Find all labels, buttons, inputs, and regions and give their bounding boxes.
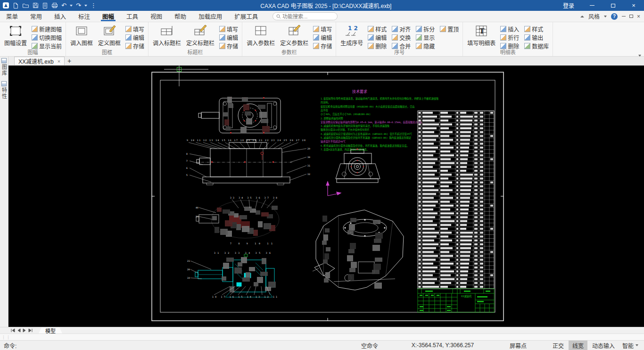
fill-bom-button[interactable]: T 填写明细表: [466, 24, 497, 47]
new-document-tab-button[interactable]: +: [65, 57, 74, 65]
collapse-ribbon-icon[interactable]: [580, 16, 584, 17]
doc-restore-icon[interactable]: [629, 15, 633, 18]
export-icon[interactable]: [42, 2, 48, 9]
login-button[interactable]: 登录: [555, 0, 582, 11]
load-frame-button[interactable]: 调入图框: [69, 24, 94, 47]
maximize-button[interactable]: [603, 0, 623, 11]
menu-tab-help[interactable]: 帮助: [168, 11, 192, 22]
save-icon[interactable]: [33, 2, 39, 8]
tab-close-icon[interactable]: ×: [58, 58, 60, 64]
svg-text:3.减速机机体内装有足够的润滑油并保持清洁，不得有渗漏现象: 3.减速机机体内装有足够的润滑油并保持清洁，不得有渗漏现象: [321, 124, 389, 128]
paramblock-fill-button[interactable]: 填写: [312, 25, 333, 33]
menu-tab-ext-tools[interactable]: 扩展工具: [228, 11, 264, 22]
load-titleblock-button[interactable]: 调入标题栏: [151, 24, 182, 47]
model-tab[interactable]: 模型: [39, 327, 62, 333]
style-menu[interactable]: 风格: [588, 12, 600, 20]
leader-fan-section: [214, 286, 270, 295]
search-input[interactable]: [282, 14, 334, 19]
balloon-show-button[interactable]: 显示: [415, 33, 436, 42]
ucs-axis: [326, 182, 341, 196]
frame-edit-button[interactable]: 编辑: [124, 33, 145, 42]
model-tab-bar: 模型: [0, 327, 644, 333]
smart-snap-label: 智能: [622, 342, 634, 350]
svg-text:1.装配前所有零件用煤油清洗，滚动轴承用汽油清洗，机体内不允: 1.装配前所有零件用煤油清洗，滚动轴承用汽油清洗，机体内不允许有任何杂物存在，内…: [321, 97, 438, 100]
pick-mode[interactable]: 屏幕点: [487, 342, 549, 350]
prev-sheet-icon[interactable]: [17, 328, 21, 333]
undo-button[interactable]: ↶: [61, 2, 66, 8]
balloon-show-icon: [416, 34, 422, 41]
command-history-area[interactable]: ⋮⋮: [0, 333, 644, 341]
new-file-icon[interactable]: [13, 2, 19, 9]
style-caret-icon[interactable]: [604, 16, 607, 17]
command-area-handle[interactable]: ⋮⋮: [1, 335, 11, 340]
svg-text:2.调整轴承轴向间隙: 2.调整轴承轴向间隙: [321, 117, 343, 120]
define-titleblock-button[interactable]: 定义标题栏: [185, 24, 216, 47]
close-button[interactable]: ×: [623, 0, 644, 11]
bom-wrap-button[interactable]: 折行: [499, 33, 520, 42]
ribbon-spacer: [553, 22, 644, 56]
svg-text:5: 5: [186, 174, 188, 176]
open-folder-icon[interactable]: [22, 2, 29, 8]
menu-tab-tools[interactable]: 工具: [120, 11, 144, 22]
customize-qat-button[interactable]: ⋮: [91, 2, 97, 8]
ribbon-group-balloon: 1 2 生成序号 样式 编辑 删除 对齐 交换 合并 拆分 显示 隐藏 置顶 序…: [336, 22, 463, 56]
balloon-style-button[interactable]: 样式: [367, 25, 388, 33]
svg-text:XX减速机: XX减速机: [461, 294, 472, 298]
frame-fill-button[interactable]: 填写: [124, 25, 145, 33]
load-paramblock-button[interactable]: 调入参数栏: [245, 24, 276, 47]
redo-button[interactable]: ↷: [76, 2, 81, 8]
balloon-swap-button[interactable]: 交换: [391, 33, 412, 42]
balloon-top-button[interactable]: 置顶: [439, 25, 460, 33]
command-prompt-label[interactable]: 命令:: [0, 342, 17, 350]
balloon-edit-button[interactable]: 编辑: [367, 33, 388, 42]
doc-minimize-icon[interactable]: [622, 16, 626, 17]
lineweight-toggle[interactable]: 线宽: [569, 341, 587, 350]
print-icon[interactable]: [51, 2, 58, 8]
tabrow-overflow[interactable]: [638, 57, 644, 65]
document-column: XX减速机.exb × + 技术要求 1.装配前所有零件用煤油清洗，滚动轴承用汽…: [8, 57, 644, 327]
menu-tab-addons[interactable]: 加载应用: [192, 11, 228, 22]
doc-close-icon[interactable]: ×: [637, 13, 640, 20]
menu-tab-insert[interactable]: 插入: [48, 11, 72, 22]
minimize-button[interactable]: [582, 0, 603, 11]
redo-dropdown-caret[interactable]: [84, 5, 87, 7]
group-label-titleblock: 标题栏: [149, 48, 242, 56]
menu-tab-menu[interactable]: 菜单: [0, 11, 24, 22]
function-search-box[interactable]: [272, 12, 338, 20]
ortho-toggle[interactable]: 正交: [549, 341, 568, 350]
panel-tab-library[interactable]: 图库: [0, 58, 8, 76]
paramblock-edit-button[interactable]: 编辑: [312, 33, 333, 42]
menu-tab-view[interactable]: 视图: [144, 11, 168, 22]
titleblock-edit-button[interactable]: 编辑: [218, 33, 239, 42]
menu-tab-sheet[interactable]: 图幅: [96, 11, 120, 22]
mosaic-overlay-isometric: [322, 216, 383, 289]
title-block: [418, 289, 494, 312]
frame-edit-icon: [125, 34, 132, 41]
dynamic-input-toggle[interactable]: 动态输入: [588, 341, 619, 350]
smart-snap-dropdown[interactable]: 智能: [619, 341, 642, 350]
drawing-canvas[interactable]: 技术要求 1.装配前所有零件用煤油清洗，滚动轴承用汽油清洗，机体内不允许有任何杂…: [8, 66, 644, 327]
sheet-settings-button[interactable]: 图幅设置: [3, 24, 28, 47]
titleblock-fill-button[interactable]: 填写: [218, 25, 239, 33]
balloon-split-button[interactable]: 拆分: [415, 25, 436, 33]
bom-output-button[interactable]: 输出: [523, 33, 550, 42]
new-sheet-button[interactable]: 新建图幅: [31, 25, 63, 33]
balloon-align-button[interactable]: 对齐: [391, 25, 412, 33]
next-sheet-icon[interactable]: [23, 328, 26, 333]
define-paramblock-button[interactable]: 定义参数栏: [279, 24, 310, 47]
menu-tab-common[interactable]: 常用: [24, 11, 48, 22]
frame-fill-icon: [125, 26, 132, 32]
first-sheet-icon[interactable]: [10, 328, 15, 333]
document-tab-active[interactable]: XX减速机.exb ×: [14, 57, 65, 65]
bom-style-button[interactable]: 样式: [523, 25, 550, 33]
panel-tab-properties[interactable]: 特性: [0, 81, 8, 100]
bom-insert-button[interactable]: 插入: [499, 25, 520, 33]
undo-dropdown-caret[interactable]: [70, 5, 73, 7]
generate-balloon-button[interactable]: 1 2 生成序号: [339, 24, 364, 47]
switch-sheet-button[interactable]: 切换图幅: [31, 33, 63, 42]
define-frame-button[interactable]: 定义图框: [97, 24, 122, 47]
callout-row-top: 9 10 11 12 13 14 15 16 17 18 19 20 21 22…: [187, 139, 305, 142]
last-sheet-icon[interactable]: [28, 328, 33, 333]
menu-tab-annotate[interactable]: 标注: [72, 11, 96, 22]
help-icon[interactable]: ?: [611, 13, 618, 20]
